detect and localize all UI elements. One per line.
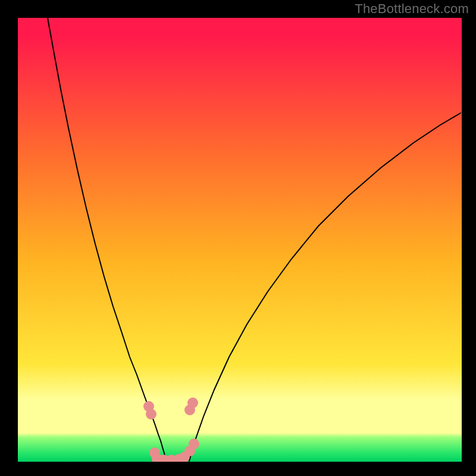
curve-right <box>189 113 461 461</box>
marker-dot <box>189 439 199 449</box>
marker-dot <box>187 397 198 408</box>
marker-dot <box>146 409 156 419</box>
curve-left <box>48 18 167 461</box>
outer-frame: TheBottleneck.com <box>0 0 476 476</box>
chart-plot-area <box>18 18 462 462</box>
chart-svg <box>18 18 462 462</box>
watermark-text: TheBottleneck.com <box>355 1 469 17</box>
valley-markers <box>143 397 199 462</box>
